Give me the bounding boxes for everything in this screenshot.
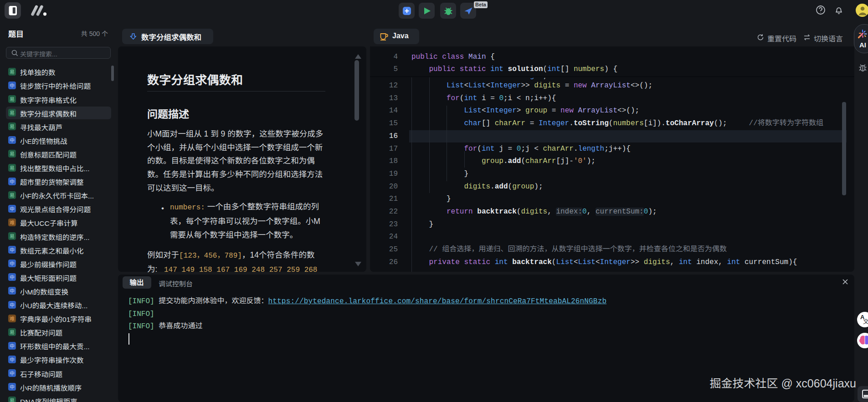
svg-text:文: 文 (863, 317, 868, 326)
